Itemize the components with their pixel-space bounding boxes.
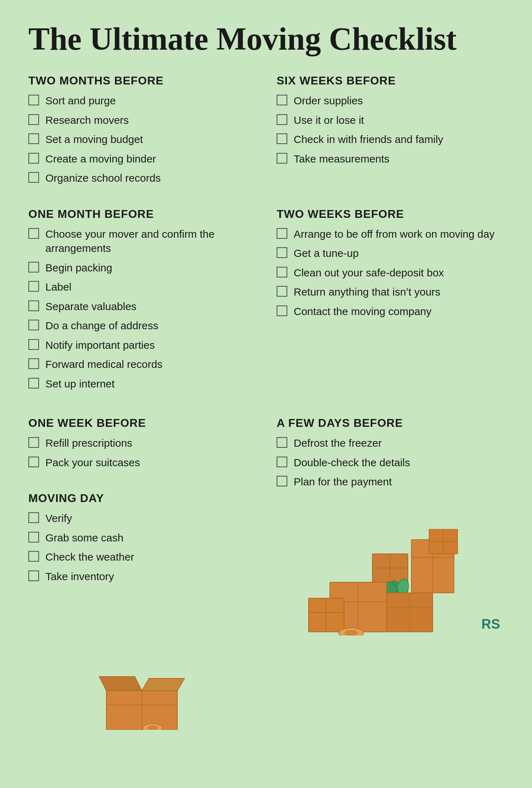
- item-text: Begin packing: [45, 261, 255, 275]
- checkbox[interactable]: [277, 133, 287, 144]
- checkbox[interactable]: [277, 267, 287, 277]
- checkbox[interactable]: [28, 437, 39, 448]
- item-text: Get a tune-up: [294, 246, 504, 261]
- checkbox[interactable]: [277, 114, 287, 125]
- checkbox[interactable]: [277, 228, 287, 239]
- checkbox[interactable]: [28, 228, 39, 239]
- list-item[interactable]: Defrost the freezer: [277, 436, 504, 451]
- list-item[interactable]: Refill prescriptions: [28, 436, 255, 451]
- checkbox[interactable]: [28, 571, 39, 581]
- boxes-plant-illustration: RS: [277, 522, 504, 635]
- top-two-col: TWO MONTHS BEFORE Sort and purge Researc…: [28, 74, 504, 413]
- list-item[interactable]: Use it or lose it: [277, 113, 504, 128]
- checkbox[interactable]: [28, 262, 39, 272]
- checklist-two-months: Sort and purge Research movers Set a mov…: [28, 94, 255, 186]
- checkbox[interactable]: [28, 457, 39, 467]
- checklist-moving-day: Verify Grab some cash Check the weather …: [28, 511, 255, 584]
- item-text: Return anything that isn’t yours: [294, 285, 504, 299]
- list-item[interactable]: Set a moving budget: [28, 132, 255, 147]
- item-text: Use it or lose it: [294, 113, 504, 128]
- list-item[interactable]: Forward medical records: [28, 357, 255, 372]
- list-item[interactable]: Separate valuables: [28, 299, 255, 314]
- page-title: The Ultimate Moving Checklist: [28, 21, 504, 56]
- list-item[interactable]: Choose your mover and confirm the arrang…: [28, 227, 255, 256]
- item-text: Defrost the freezer: [294, 436, 504, 451]
- item-text: Label: [45, 280, 255, 294]
- list-item[interactable]: Take inventory: [28, 569, 255, 584]
- item-text: Pack your suitcases: [45, 456, 255, 470]
- section-one-week: ONE WEEK BEFORE Refill prescriptions Pac…: [28, 417, 255, 475]
- checkbox[interactable]: [28, 378, 39, 389]
- svg-marker-3: [99, 677, 142, 691]
- item-text: Separate valuables: [45, 299, 255, 314]
- checkbox[interactable]: [28, 114, 39, 125]
- checkbox[interactable]: [28, 551, 39, 562]
- bottom-row: ONE WEEK BEFORE Refill prescriptions Pac…: [28, 417, 504, 730]
- checkbox[interactable]: [277, 457, 287, 467]
- list-item[interactable]: Label: [28, 280, 255, 294]
- checkbox[interactable]: [277, 247, 287, 258]
- list-item[interactable]: Verify: [28, 511, 255, 526]
- list-item[interactable]: Return anything that isn’t yours: [277, 285, 504, 299]
- checkbox[interactable]: [28, 512, 39, 523]
- open-box-svg: [92, 659, 192, 730]
- list-item[interactable]: Arrange to be off from work on moving da…: [277, 227, 504, 242]
- checkbox[interactable]: [28, 301, 39, 311]
- checkbox[interactable]: [277, 95, 287, 105]
- checkbox[interactable]: [277, 305, 287, 316]
- checkbox[interactable]: [277, 286, 287, 297]
- item-text: Refill prescriptions: [45, 436, 255, 451]
- section-two-weeks: TWO WEEKS BEFORE Arrange to be off from …: [277, 208, 504, 396]
- list-item[interactable]: Create a moving binder: [28, 152, 255, 166]
- list-item[interactable]: Sort and purge: [28, 94, 255, 108]
- checkbox[interactable]: [28, 95, 39, 105]
- item-text: Take measurements: [294, 152, 504, 166]
- list-item[interactable]: Double-check the details: [277, 456, 504, 470]
- list-item[interactable]: Organize school records: [28, 171, 255, 186]
- item-text: Take inventory: [45, 569, 255, 584]
- checkbox[interactable]: [28, 320, 39, 330]
- checkbox[interactable]: [28, 153, 39, 164]
- checkbox[interactable]: [28, 358, 39, 369]
- section-few-days: A FEW DAYS BEFORE Defrost the freezer Do…: [277, 417, 504, 494]
- checkbox[interactable]: [277, 153, 287, 164]
- list-item[interactable]: Plan for the payment: [277, 475, 504, 489]
- list-item[interactable]: Grab some cash: [28, 531, 255, 545]
- list-item[interactable]: Check in with friends and family: [277, 132, 504, 147]
- section-six-weeks: SIX WEEKS BEFORE Order supplies Use it o…: [277, 74, 504, 191]
- svg-point-6: [148, 726, 157, 730]
- item-text: Check the weather: [45, 550, 255, 564]
- list-item[interactable]: Order supplies: [277, 94, 504, 108]
- section-title-moving-day: MOVING DAY: [28, 492, 255, 505]
- list-item[interactable]: Do a change of address: [28, 319, 255, 333]
- item-text: Clean out your safe-deposit box: [294, 266, 504, 280]
- list-item[interactable]: Notify important parties: [28, 338, 255, 353]
- list-item[interactable]: Check the weather: [28, 550, 255, 564]
- list-item[interactable]: Research movers: [28, 113, 255, 128]
- item-text: Plan for the payment: [294, 475, 504, 489]
- item-text: Do a change of address: [45, 319, 255, 333]
- checkbox[interactable]: [28, 172, 39, 183]
- list-item[interactable]: Clean out your safe-deposit box: [277, 266, 504, 280]
- checkbox[interactable]: [277, 437, 287, 448]
- checklist-six-weeks: Order supplies Use it or lose it Check i…: [277, 94, 504, 166]
- list-item[interactable]: Get a tune-up: [277, 246, 504, 261]
- list-item[interactable]: Pack your suitcases: [28, 456, 255, 470]
- list-item[interactable]: Take measurements: [277, 152, 504, 166]
- checkbox[interactable]: [28, 339, 39, 350]
- item-text: Double-check the details: [294, 456, 504, 470]
- list-item[interactable]: Set up internet: [28, 377, 255, 391]
- checkbox[interactable]: [28, 532, 39, 542]
- item-text: Organize school records: [45, 171, 255, 186]
- checklist-few-days: Defrost the freezer Double-check the det…: [277, 436, 504, 489]
- checklist-one-week: Refill prescriptions Pack your suitcases: [28, 436, 255, 470]
- section-two-months: TWO MONTHS BEFORE Sort and purge Researc…: [28, 74, 255, 191]
- svg-marker-4: [142, 678, 184, 691]
- item-text: Forward medical records: [45, 357, 255, 372]
- list-item[interactable]: Contact the moving company: [277, 304, 504, 319]
- list-item[interactable]: Begin packing: [28, 261, 255, 275]
- checkbox[interactable]: [277, 476, 287, 486]
- checkbox[interactable]: [28, 133, 39, 144]
- checkbox[interactable]: [28, 281, 39, 292]
- item-text: Check in with friends and family: [294, 132, 504, 147]
